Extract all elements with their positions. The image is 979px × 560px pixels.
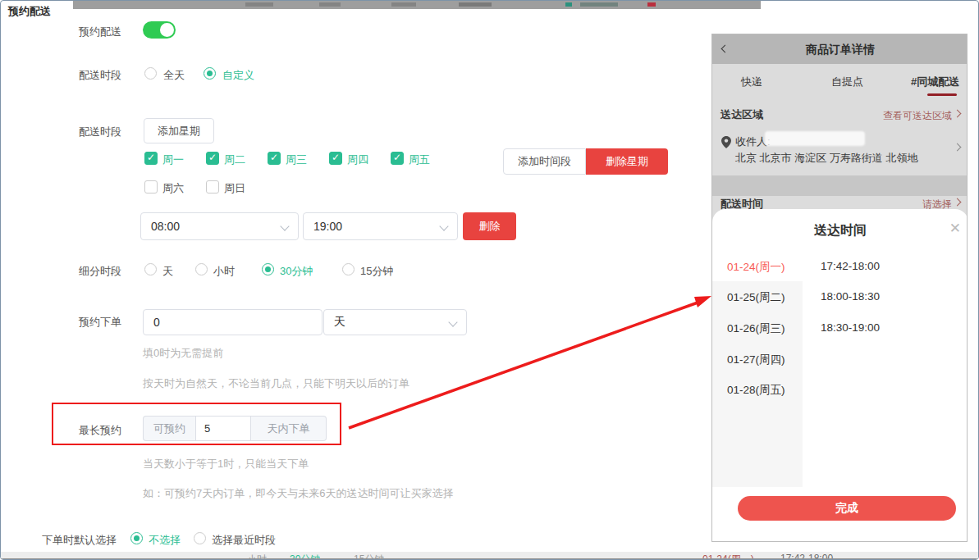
checkbox-thursday-label[interactable]: 周四 [347, 153, 368, 167]
clipped-date-label: 01-24(周一) [702, 553, 754, 558]
max-booking-hint-1: 当天数小于等于1时，只能当天下单 [143, 457, 309, 471]
checkbox-tuesday[interactable] [206, 152, 219, 165]
add-timeslot-button[interactable]: 添加时间段 [503, 148, 586, 175]
checkbox-sunday-label[interactable]: 周日 [224, 181, 245, 196]
reservation-delivery-toggle[interactable] [143, 21, 176, 39]
radio-day[interactable] [144, 263, 157, 275]
checkbox-sunday[interactable] [206, 180, 219, 193]
checkbox-thursday[interactable] [329, 152, 342, 165]
background-checkbox-sliver [565, 2, 572, 7]
end-time-value: 19:00 [313, 220, 342, 233]
time-slot[interactable]: 18:00-18:30 [821, 290, 880, 303]
radio-no-select-label[interactable]: 不选择 [149, 533, 181, 548]
background-bottom-sliver: 小时 30分钟 15分钟 01-24(周一) 17:42-18:00 [1, 552, 979, 558]
phone-preview: 商品订单详情 快递 自提点 #同城配送 送达区域 查看可送达区域 收件人: 北京… [711, 34, 968, 542]
chevron-down-icon [439, 221, 448, 230]
delete-timeslot-button[interactable]: 删除 [463, 212, 516, 240]
checkbox-monday-label[interactable]: 周一 [162, 153, 184, 167]
checkbox-friday-label[interactable]: 周五 [409, 153, 430, 167]
chevron-right-icon[interactable] [954, 143, 962, 152]
end-time-select[interactable]: 19:00 [303, 212, 458, 240]
default-selection-label: 下单时默认选择 [42, 533, 117, 548]
checkbox-friday[interactable] [391, 152, 404, 165]
advance-hint-2: 按天时为自然天，不论当前几点，只能下明天以后的订单 [143, 376, 409, 391]
time-slot[interactable]: 18:30-19:00 [821, 321, 880, 334]
background-blob [391, 2, 416, 7]
date-item[interactable]: 01-28(周五) [727, 383, 785, 398]
radio-30min-label[interactable]: 30分钟 [280, 264, 313, 279]
radio-15min-label[interactable]: 15分钟 [360, 264, 393, 279]
radio-all-day-label[interactable]: 全天 [163, 68, 185, 83]
max-booking-hint-2: 如：可预约7天内订单，即今天与未来6天的送达时间可让买家选择 [143, 486, 453, 501]
advance-days-value: 0 [153, 316, 160, 329]
close-icon[interactable]: ✕ [949, 220, 961, 237]
clipped-radio-label: 15分钟 [354, 553, 384, 558]
done-button[interactable]: 完成 [738, 496, 956, 521]
max-booking-label: 最长预约 [79, 423, 121, 438]
max-booking-prefix: 可预约 [143, 416, 195, 441]
start-time-select[interactable]: 08:00 [140, 212, 299, 240]
delivery-time-modal: 送达时间 ✕ 01-24(周一) 01-25(周二) 01-26(周三) 01-… [712, 209, 968, 542]
screenshot-root: 预约配送 预约配送 配送时段 全天 自定义 配送时段 添加星期 周一 周二 周三… [0, 0, 979, 560]
week-row-label: 配送时段 [79, 125, 121, 139]
time-slot[interactable]: 17:42-18:00 [821, 260, 880, 272]
modal-title: 送达时间 [712, 222, 968, 239]
date-item[interactable]: 01-26(周三) [727, 321, 785, 336]
background-blob [459, 2, 492, 7]
clipped-radio-label: 30分钟 [290, 553, 320, 558]
period-row-label: 配送时段 [79, 68, 121, 83]
tab-express[interactable]: 快递 [741, 75, 762, 89]
tab-pickup-point[interactable]: 自提点 [831, 75, 863, 89]
page-title: 预约配送 [8, 4, 51, 19]
radio-no-select[interactable] [130, 532, 143, 544]
chevron-down-icon [280, 221, 289, 230]
radio-nearest-slot-label[interactable]: 选择最近时段 [212, 533, 276, 548]
advance-days-input[interactable]: 0 [143, 309, 323, 335]
toggle-row-label: 预约配送 [79, 25, 121, 39]
radio-all-day[interactable] [144, 67, 157, 80]
date-item-selected[interactable]: 01-24(周一) [727, 260, 785, 275]
toggle-knob [160, 23, 174, 37]
radio-30min[interactable] [262, 263, 274, 275]
background-blob [245, 2, 273, 7]
privacy-mask [765, 131, 865, 146]
chevron-right-icon [954, 110, 962, 118]
background-blob [319, 2, 341, 7]
radio-nearest-slot[interactable] [194, 532, 206, 544]
checkbox-saturday[interactable] [144, 180, 158, 193]
background-blob [580, 2, 618, 7]
delete-week-button[interactable]: 删除星期 [586, 148, 668, 175]
start-time-value: 08:00 [151, 220, 180, 233]
radio-custom[interactable] [204, 67, 216, 80]
radio-day-label[interactable]: 天 [162, 264, 173, 279]
radio-custom-label[interactable]: 自定义 [222, 68, 254, 83]
address-detail: 北京 北京市 海淀区 万寿路街道 北领地 [735, 151, 917, 166]
date-item[interactable]: 01-27(周四) [727, 353, 785, 367]
radio-hour-label[interactable]: 小时 [213, 264, 235, 279]
radio-hour[interactable] [195, 263, 208, 275]
chevron-right-icon [954, 198, 962, 207]
checkbox-monday[interactable] [144, 152, 158, 165]
checkbox-wednesday-label[interactable]: 周三 [286, 153, 307, 167]
checkbox-saturday-label[interactable]: 周六 [162, 181, 184, 196]
chevron-down-icon [448, 317, 457, 326]
background-top-sliver [73, 1, 761, 9]
location-pin-icon [721, 136, 731, 148]
date-item[interactable]: 01-25(周二) [727, 290, 785, 305]
checkbox-tuesday-label[interactable]: 周二 [224, 153, 245, 167]
delivery-area-label: 送达区域 [721, 107, 763, 122]
tab-city-delivery[interactable]: #同城配送 [911, 75, 959, 89]
clipped-radio-label: 小时 [247, 553, 267, 558]
max-booking-group: 可预约 5 天内下单 [143, 416, 327, 441]
checkbox-wednesday[interactable] [268, 152, 281, 165]
delivery-area-action[interactable]: 查看可送达区域 [883, 109, 952, 123]
advance-unit-value: 天 [334, 315, 345, 330]
advance-unit-select[interactable]: 天 [323, 309, 467, 335]
active-tab-underline [927, 93, 957, 96]
granularity-row-label: 细分时段 [79, 264, 121, 279]
advance-order-label: 预约下单 [79, 315, 121, 330]
radio-15min[interactable] [342, 263, 355, 275]
add-week-button[interactable]: 添加星期 [144, 118, 214, 143]
section-gap [712, 175, 968, 196]
max-booking-input[interactable]: 5 [195, 416, 251, 441]
